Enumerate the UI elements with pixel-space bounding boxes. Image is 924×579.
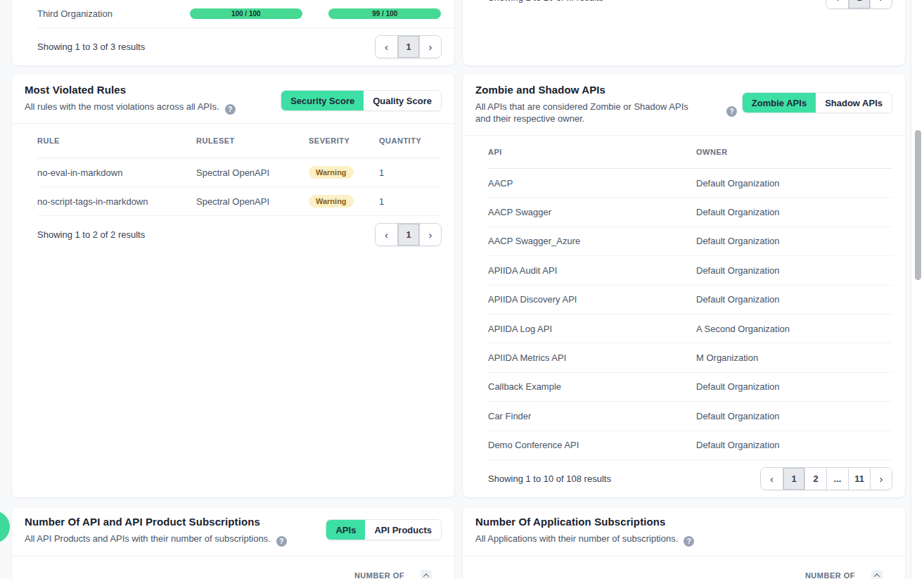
panel-subtitle-text: All Applications with their number of su… (475, 533, 678, 544)
sort-button[interactable] (421, 570, 432, 579)
pagination-page-button[interactable]: 1 (397, 36, 419, 58)
results-summary: Showing 1 to 2 of 2 results (37, 229, 145, 240)
application-subscriptions-panel: Number Of Application Subscriptions All … (463, 507, 905, 579)
table-row: AACP Swagger_Azure Default Organization (488, 227, 892, 256)
organization-name: Third Organization (37, 8, 177, 19)
toggle-option[interactable]: Shadow APIs (816, 93, 892, 113)
table-row: APIIDA Log API A Second Organization (488, 314, 892, 343)
pagination-next-button[interactable]: › (419, 224, 441, 246)
toggle-option[interactable]: Zombie APIs (743, 93, 816, 113)
pagination-next-button[interactable]: › (870, 0, 892, 8)
pagination-page-button[interactable]: ... (826, 468, 848, 490)
severity-badge: Warning (309, 166, 354, 179)
ruleset-name: Spectral OpenAPI (196, 167, 309, 178)
pagination-page-button[interactable]: 1 (848, 0, 870, 8)
api-owner: Default Organization (696, 236, 892, 246)
pagination: ‹ 1 › (375, 35, 442, 58)
column-header: Owner (696, 148, 892, 156)
pagination-next-button[interactable]: › (419, 36, 441, 58)
scrollbar-thumb[interactable] (915, 130, 921, 280)
api-owner: Default Organization (696, 207, 892, 217)
help-icon[interactable]: ? (276, 536, 287, 547)
table-row: no-eval-in-markdown Spectral OpenAPI War… (37, 158, 442, 187)
results-summary: Showing 1 to 10 of ... results (488, 0, 603, 3)
pagination: ‹ 1 › (375, 223, 442, 246)
top-right-results-panel: Showing 1 to 10 of ... results ‹ 1 › (463, 0, 905, 65)
pagination-page-button[interactable]: 1 (783, 468, 804, 490)
pagination-next-button[interactable]: › (870, 468, 892, 490)
pagination: ‹ 1 › (826, 0, 892, 9)
score-type-toggle: Security Score Quality Score (281, 90, 442, 111)
table-row: no-script-tags-in-markdown Spectral Open… (37, 187, 442, 216)
api-name: AACP (488, 178, 696, 189)
api-name: AACP Swagger_Azure (488, 236, 696, 246)
table-row: Car Finder Default Organization (488, 402, 892, 431)
table-row: Callback Example Default Organization (488, 373, 892, 402)
table-header: NUMBER OF (354, 570, 432, 579)
subscription-type-toggle: APIs API Products (326, 519, 442, 540)
chevron-up-icon (423, 573, 429, 579)
help-icon[interactable]: ? (684, 536, 694, 547)
pagination-prev-button[interactable]: ‹ (376, 224, 397, 246)
results-summary: Showing 1 to 3 of 3 results (37, 42, 145, 52)
table-row: APIIDA Discovery API Default Organizatio… (488, 286, 892, 314)
divider (463, 135, 905, 136)
rule-name: no-script-tags-in-markdown (37, 196, 196, 207)
chevron-up-icon (874, 573, 880, 579)
toggle-option[interactable]: API Products (365, 520, 441, 540)
table-row: AACP Default Organization (488, 169, 892, 198)
help-icon[interactable]: ? (225, 104, 236, 115)
results-summary: Showing 1 to 10 of 108 results (488, 473, 611, 484)
pagination-prev-button[interactable]: ‹ (761, 468, 783, 490)
pagination-prev-button[interactable]: ‹ (826, 0, 848, 8)
org-scores-panel: Third Organization 100 / 100 99 / 100 Sh… (12, 0, 454, 65)
api-name: APIIDA Metrics API (488, 352, 696, 363)
pagination-prev-button[interactable]: ‹ (376, 36, 397, 58)
api-name: APIIDA Audit API (488, 265, 696, 276)
security-score-badge: 100 / 100 (190, 8, 302, 19)
pagination-page-button[interactable]: 1 (397, 224, 419, 246)
api-owner: A Second Organization (696, 324, 892, 334)
panel-title: Number Of Application Subscriptions (463, 507, 905, 528)
api-name: Demo Conference API (488, 440, 696, 450)
api-owner: Default Organization (696, 411, 892, 421)
table-row: Demo Conference API Default Organization (488, 431, 892, 460)
quality-score-badge: 99 / 100 (328, 8, 441, 19)
toggle-option[interactable]: Quality Score (364, 91, 441, 110)
pagination-page-button[interactable]: 2 (804, 468, 826, 490)
table-row: AACP Swagger Default Organization (488, 198, 892, 227)
api-name: AACP Swagger (488, 207, 696, 217)
column-header: Severity (309, 136, 379, 145)
quantity-value: 1 (379, 167, 442, 178)
api-name: Callback Example (488, 381, 696, 392)
severity-cell: Warning (309, 166, 379, 179)
quantity-value: 1 (379, 196, 442, 207)
panel-subtitle: All Applications with their number of su… (463, 528, 905, 547)
column-header: Quantity (379, 136, 442, 145)
api-owner: Default Organization (696, 265, 892, 276)
toggle-option[interactable]: Security Score (281, 91, 364, 110)
rule-name: no-eval-in-markdown (37, 167, 196, 178)
api-type-toggle: Zombie APIs Shadow APIs (742, 92, 892, 113)
column-header: Rule (37, 136, 196, 145)
column-header: NUMBER OF (805, 571, 855, 579)
toggle-option[interactable]: APIs (326, 520, 365, 540)
panel-subtitle-text: All API Products and APIs with their num… (25, 533, 271, 544)
table-header: API Owner (488, 136, 892, 169)
table-row: APIIDA Audit API Default Organization (488, 256, 892, 285)
api-owner: Default Organization (696, 178, 892, 189)
panel-subtitle-text: All rules with the most violations acros… (25, 101, 219, 112)
scrollbar-track[interactable] (911, 0, 924, 579)
panel-subtitle: All APIs that are considered Zombie or S… (463, 96, 710, 125)
sort-button[interactable] (871, 570, 883, 579)
column-header: NUMBER OF (354, 571, 404, 579)
divider (12, 123, 454, 124)
floating-action-button[interactable] (0, 511, 10, 543)
pagination-page-button[interactable]: 11 (848, 468, 870, 490)
severity-cell: Warning (309, 195, 379, 208)
api-owner: Default Organization (696, 294, 892, 305)
help-icon[interactable]: ? (726, 106, 737, 117)
api-owner: Default Organization (696, 381, 892, 392)
zombie-shadow-apis-panel: Zombie and Shadow APIs All APIs that are… (463, 74, 905, 497)
column-header: API (488, 148, 696, 156)
